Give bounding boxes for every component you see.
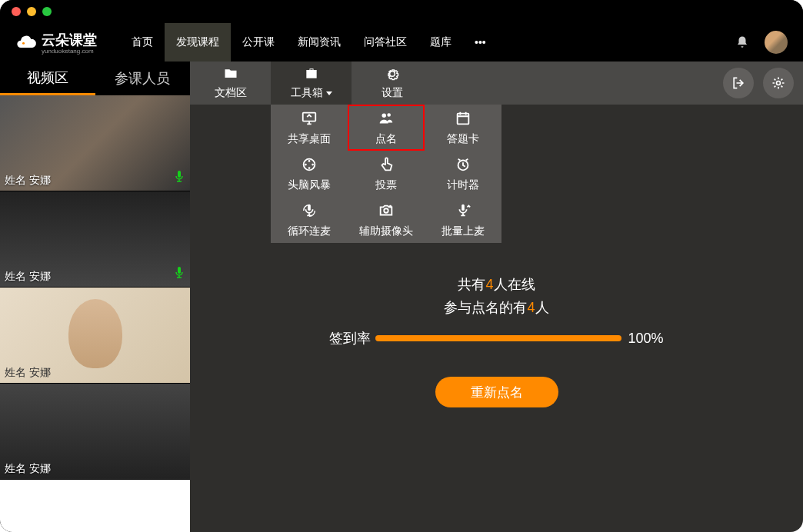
- people-icon: [377, 110, 395, 129]
- exit-button[interactable]: [723, 68, 754, 98]
- toolbox-dropdown[interactable]: 工具箱: [271, 62, 352, 105]
- logo[interactable]: 云朵课堂 yunduoketang.com: [15, 31, 97, 55]
- tool-label: 答题卡: [447, 132, 479, 146]
- cloud-logo-icon: [15, 32, 37, 53]
- svg-point-0: [22, 42, 25, 45]
- mic-active-icon: [175, 171, 184, 186]
- settings-circle-button[interactable]: [763, 68, 794, 98]
- svg-point-3: [777, 81, 781, 85]
- notification-bell-icon[interactable]: [735, 35, 749, 49]
- svg-point-9: [308, 160, 311, 162]
- tool-label: 点名: [375, 132, 397, 146]
- restart-rollcall-button[interactable]: 重新点名: [435, 377, 558, 407]
- tool-label: 共享桌面: [288, 132, 331, 146]
- tool-roll-call[interactable]: 点名: [348, 105, 425, 151]
- participate-count-text: 参与点名的有4人: [444, 298, 548, 317]
- online-count-text: 共有4人在线: [458, 275, 535, 294]
- window-titlebar: [0, 0, 803, 23]
- rate-value: 100%: [628, 331, 663, 347]
- calendar-card-icon: [454, 110, 472, 129]
- tool-label: 循环连麦: [288, 224, 331, 238]
- close-window-button[interactable]: [12, 7, 21, 16]
- svg-rect-2: [178, 267, 181, 274]
- participant-name: 姓名 安娜: [5, 366, 51, 380]
- tool-aux-camera[interactable]: 辅助摄像头: [348, 197, 425, 243]
- svg-point-5: [382, 113, 387, 118]
- participant-video[interactable]: 姓名 安娜: [0, 384, 190, 480]
- folder-icon: [222, 66, 239, 84]
- nav-news[interactable]: 新闻资讯: [286, 23, 352, 62]
- svg-point-11: [312, 163, 314, 165]
- participant-name: 姓名 安娜: [5, 270, 51, 284]
- tool-answer-card[interactable]: 答题卡: [425, 105, 501, 151]
- tool-label: 头脑风暴: [288, 178, 331, 192]
- attendance-rate-row: 签到率 100%: [329, 329, 663, 347]
- mic-cycle-icon: [300, 202, 318, 221]
- rate-progress-bar: [375, 335, 621, 341]
- tool-label: 工具箱: [291, 86, 332, 100]
- nav-qa-community[interactable]: 问答社区: [352, 23, 418, 62]
- tool-label: 计时器: [447, 178, 479, 192]
- participant-video-empty[interactable]: [0, 480, 190, 532]
- nav-more[interactable]: •••: [463, 23, 498, 62]
- exit-icon: [731, 75, 746, 91]
- tab-participants[interactable]: 参课人员: [95, 62, 191, 95]
- film-reel-icon: [300, 156, 318, 175]
- svg-point-15: [384, 208, 388, 213]
- nav-discover-courses[interactable]: 发现课程: [165, 23, 231, 62]
- gear-icon: [771, 75, 786, 91]
- nav-open-courses[interactable]: 公开课: [231, 23, 286, 62]
- maximize-window-button[interactable]: [42, 7, 52, 16]
- mic-up-icon: [454, 202, 472, 221]
- settings-button[interactable]: 设置: [352, 62, 432, 105]
- participant-name: 姓名 安娜: [5, 174, 51, 188]
- svg-rect-1: [178, 171, 181, 178]
- monitor-share-icon: [300, 110, 318, 129]
- tool-label: 辅助摄像头: [359, 224, 413, 238]
- gear-icon: [384, 66, 401, 84]
- tool-vote[interactable]: 投票: [348, 151, 425, 197]
- nav-home[interactable]: 首页: [120, 23, 165, 62]
- logo-text: 云朵课堂: [42, 31, 97, 49]
- tool-share-desktop[interactable]: 共享桌面: [271, 105, 348, 151]
- participant-name: 姓名 安娜: [5, 462, 51, 476]
- briefcase-icon: [303, 66, 320, 84]
- tool-brainstorm[interactable]: 头脑风暴: [271, 151, 348, 197]
- participant-video[interactable]: 姓名 安娜: [0, 288, 190, 384]
- tool-label: 文档区: [215, 86, 247, 100]
- tool-timer[interactable]: 计时器: [425, 151, 501, 197]
- tool-label: 设置: [382, 86, 403, 100]
- tool-label: 投票: [375, 178, 397, 192]
- tool-batch-mic[interactable]: 批量上麦: [425, 197, 501, 243]
- svg-point-12: [308, 167, 311, 169]
- camera-plus-icon: [377, 202, 395, 221]
- participant-video[interactable]: 姓名 安娜: [0, 95, 190, 191]
- alarm-clock-icon: [454, 156, 472, 175]
- svg-rect-7: [458, 113, 469, 124]
- svg-point-6: [387, 113, 391, 117]
- top-nav: 云朵课堂 yunduoketang.com 首页 发现课程 公开课 新闻资讯 问…: [0, 23, 803, 62]
- svg-point-10: [305, 163, 307, 165]
- logo-subtext: yunduoketang.com: [42, 48, 97, 55]
- tab-document-area[interactable]: 文档区: [190, 62, 271, 105]
- user-avatar[interactable]: [765, 31, 788, 54]
- main-toolbar: 文档区 工具箱 设置: [190, 62, 803, 105]
- video-sidebar: 视频区 参课人员 姓名 安娜 姓名 安娜 姓名 安娜 姓名 安娜: [0, 62, 190, 532]
- tool-label: 批量上麦: [441, 224, 485, 238]
- chevron-down-icon: [326, 91, 332, 95]
- touch-icon: [377, 156, 395, 175]
- tab-video-area[interactable]: 视频区: [0, 62, 95, 95]
- svg-rect-16: [461, 204, 465, 210]
- participant-video[interactable]: 姓名 安娜: [0, 191, 190, 288]
- toolbox-panel: 共享桌面 点名 答题卡 头脑风暴 投票: [271, 105, 501, 243]
- rate-label: 签到率: [329, 329, 371, 347]
- nav-question-bank[interactable]: 题库: [418, 23, 463, 62]
- mic-active-icon: [175, 267, 184, 282]
- tool-cycle-mic[interactable]: 循环连麦: [271, 197, 348, 243]
- minimize-window-button[interactable]: [27, 7, 36, 16]
